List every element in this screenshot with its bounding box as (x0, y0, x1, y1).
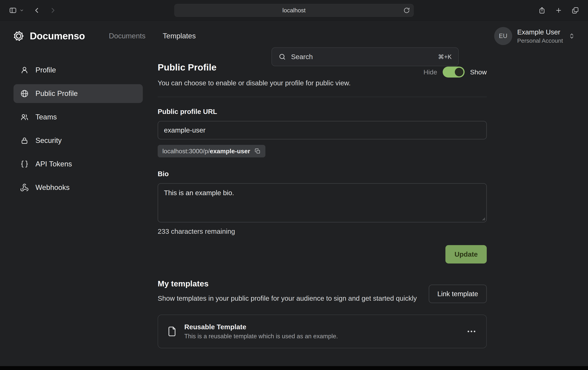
address-bar[interactable]: localhost (174, 4, 414, 17)
visibility-row: Hide Show (423, 67, 487, 78)
profile-url-prefix: localhost:3000/p/ (162, 148, 210, 155)
globe-icon (20, 89, 29, 98)
new-tab-button[interactable] (555, 7, 562, 14)
template-text: Reusable Template This is a reusable tem… (184, 323, 338, 340)
sidebar-item-label: Profile (35, 66, 56, 74)
settings-content: Public Profile You can choose to enable … (158, 62, 487, 348)
window-bottom-edge (0, 366, 588, 370)
tabs-icon (572, 7, 579, 14)
forward-button[interactable] (49, 7, 56, 14)
search-input[interactable] (291, 53, 433, 61)
characters-remaining: 233 characters remaining (158, 227, 487, 235)
documenso-logo-icon (12, 30, 25, 42)
sidebar-item-security[interactable]: Security (13, 131, 143, 150)
sidebar-item-label: Webhooks (35, 184, 70, 192)
address-url: localhost (283, 7, 305, 14)
sidebar-item-label: Teams (35, 113, 57, 121)
sidebar-panel-icon (9, 6, 17, 14)
brand[interactable]: Documenso (12, 30, 85, 42)
link-template-button[interactable]: Link template (429, 285, 487, 303)
chevron-up-down-icon (568, 32, 576, 40)
user-name: Example User (517, 28, 563, 36)
user-menu[interactable]: EU Example User Personal Account (494, 27, 576, 45)
app-header: Documenso Documents Templates ⌘+K EU Exa… (0, 21, 588, 51)
brand-name: Documenso (30, 30, 85, 42)
bio-label: Bio (158, 170, 487, 178)
profile-visibility-toggle[interactable] (443, 67, 465, 78)
sidebar-item-webhooks[interactable]: Webhooks (13, 178, 143, 197)
ellipsis-icon (467, 330, 476, 333)
template-menu-button[interactable] (465, 328, 478, 335)
top-nav: Documents Templates (109, 32, 196, 40)
browser-window: localhost Documenso Docu (0, 0, 588, 370)
resize-handle[interactable] (481, 216, 485, 220)
profile-url-preview: localhost:3000/p/example-user (158, 145, 265, 157)
user-account-type: Personal Account (517, 37, 563, 44)
sidebar-item-label: Public Profile (35, 90, 78, 98)
share-icon (538, 7, 546, 14)
lock-icon (20, 136, 29, 145)
public-profile-url-input[interactable] (158, 121, 487, 139)
share-button[interactable] (538, 7, 546, 14)
page-subtitle: You can choose to enable or disable your… (158, 79, 487, 87)
template-card: Reusable Template This is a reusable tem… (158, 315, 487, 348)
my-templates-description: Show templates in your public profile fo… (158, 293, 420, 303)
sidebar-toggle-button[interactable] (9, 6, 17, 14)
search-icon (279, 53, 286, 61)
sidebar-options-button[interactable] (20, 8, 24, 12)
update-row: Update (158, 245, 487, 264)
sidebar-item-teams[interactable]: Teams (13, 108, 143, 126)
sidebar-item-api-tokens[interactable]: API Tokens (13, 155, 143, 174)
template-description: This is a reusable template which is use… (184, 333, 338, 340)
tab-overview-button[interactable] (572, 7, 579, 14)
avatar-initials: EU (499, 32, 507, 40)
profile-url-text: localhost:3000/p/example-user (162, 148, 250, 155)
avatar: EU (494, 27, 512, 45)
profile-url-slug: example-user (210, 148, 250, 155)
braces-icon (20, 160, 29, 168)
plus-icon (555, 7, 562, 14)
bio-field-wrap: This is an example bio. (158, 183, 487, 222)
browser-toolbar: localhost (0, 0, 588, 21)
update-button[interactable]: Update (445, 245, 487, 264)
copy-url-button[interactable] (254, 148, 261, 154)
sidebar-item-label: Security (35, 136, 62, 145)
nav-templates[interactable]: Templates (163, 32, 196, 40)
search-shortcut: ⌘+K (438, 53, 452, 61)
chevron-right-icon (49, 7, 56, 14)
refresh-button[interactable] (403, 7, 410, 14)
refresh-icon (403, 7, 410, 14)
user-text: Example User Personal Account (517, 28, 563, 44)
back-button[interactable] (33, 7, 40, 14)
sidebar-item-profile[interactable]: Profile (13, 61, 143, 80)
chevron-down-icon (20, 8, 24, 12)
my-templates-section: My templates Show templates in your publ… (158, 279, 487, 303)
copy-icon (254, 148, 261, 154)
show-label: Show (470, 68, 487, 76)
nav-documents[interactable]: Documents (109, 32, 146, 40)
user-icon (20, 66, 29, 74)
public-profile-url-label: Public profile URL (158, 108, 487, 115)
section-divider (158, 97, 487, 97)
file-icon (167, 326, 177, 337)
users-icon (20, 113, 29, 121)
hide-label: Hide (423, 68, 437, 76)
chevron-left-icon (33, 7, 40, 14)
toggle-knob (455, 68, 463, 76)
sidebar-item-public-profile[interactable]: Public Profile (13, 84, 143, 103)
template-name: Reusable Template (184, 323, 338, 331)
sidebar-item-label: API Tokens (35, 160, 72, 168)
webhook-icon (20, 183, 29, 192)
bio-textarea[interactable]: This is an example bio. (158, 183, 487, 222)
settings-sidebar: Profile Public Profile Teams Security AP… (13, 61, 143, 197)
